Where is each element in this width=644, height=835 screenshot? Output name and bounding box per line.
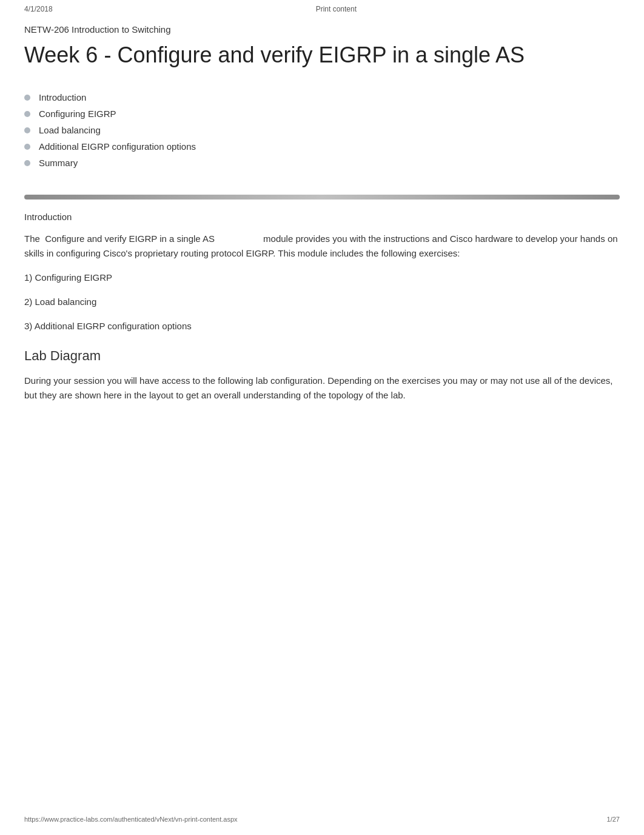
- toc-label-1: Configuring EIGRP: [39, 109, 116, 119]
- footer-url: https://www.practice-labs.com/authentica…: [24, 816, 238, 823]
- intro-heading: Introduction: [24, 212, 620, 222]
- toc-bullet-1: [24, 111, 30, 117]
- toc-item-0[interactable]: Introduction: [24, 92, 620, 102]
- toc-item-2[interactable]: Load balancing: [24, 125, 620, 135]
- toc-bullet-4: [24, 160, 30, 166]
- toc-label-4: Summary: [39, 158, 78, 168]
- toc-label-2: Load balancing: [39, 125, 101, 135]
- exercise-3: 3) Additional EIGRP configuration option…: [24, 319, 620, 334]
- toc-label-3: Additional EIGRP configuration options: [39, 141, 196, 152]
- toc-item-1[interactable]: Configuring EIGRP: [24, 109, 620, 119]
- toc-bullet-0: [24, 95, 30, 101]
- toc-section: Introduction Configuring EIGRP Load bala…: [24, 86, 620, 180]
- footer-page-info: 1/27: [607, 816, 620, 823]
- footer: https://www.practice-labs.com/authentica…: [0, 816, 644, 823]
- toc-bullet-2: [24, 127, 30, 133]
- date-label: 4/1/2018: [24, 5, 53, 13]
- toc-label-0: Introduction: [39, 92, 86, 102]
- lab-paragraph: During your session you will have access…: [24, 374, 620, 403]
- center-text: Print content: [316, 5, 357, 13]
- toc-item-3[interactable]: Additional EIGRP configuration options: [24, 141, 620, 152]
- lab-diagram-heading: Lab Diagram: [24, 348, 620, 364]
- top-bar: 4/1/2018 Print content: [0, 0, 644, 18]
- intro-paragraph: The Configure and verify EIGRP in a sing…: [24, 232, 620, 261]
- exercise-1: 1) Configuring EIGRP: [24, 270, 620, 285]
- exercise-2: 2) Load balancing: [24, 295, 620, 309]
- content-wrapper: NETW-206 Introduction to Switching Week …: [0, 18, 644, 449]
- toc-item-4[interactable]: Summary: [24, 158, 620, 168]
- course-title: NETW-206 Introduction to Switching: [24, 24, 620, 35]
- page-title: Week 6 - Configure and verify EIGRP in a…: [24, 42, 620, 68]
- divider-bar: [24, 195, 620, 200]
- toc-bullet-3: [24, 144, 30, 150]
